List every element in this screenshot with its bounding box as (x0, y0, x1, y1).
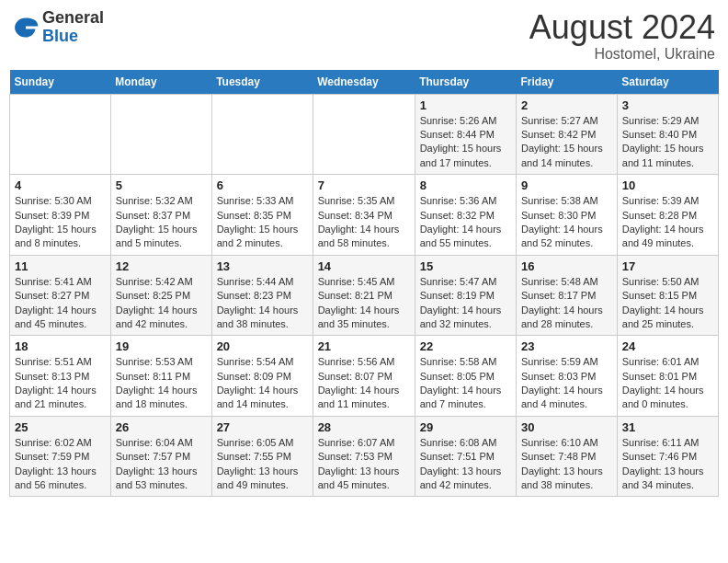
calendar-cell: 20Sunrise: 5:54 AM Sunset: 8:09 PM Dayli… (211, 336, 313, 417)
calendar-cell: 30Sunrise: 6:10 AM Sunset: 7:48 PM Dayli… (516, 416, 617, 497)
day-number: 4 (15, 178, 106, 192)
calendar-cell: 3Sunrise: 5:29 AM Sunset: 8:40 PM Daylig… (617, 94, 718, 175)
calendar-cell: 7Sunrise: 5:35 AM Sunset: 8:34 PM Daylig… (313, 175, 415, 256)
day-info: Sunrise: 5:27 AM Sunset: 8:42 PM Dayligh… (521, 114, 612, 171)
day-number: 18 (15, 339, 106, 353)
day-number: 17 (622, 259, 713, 273)
day-info: Sunrise: 5:26 AM Sunset: 8:44 PM Dayligh… (420, 114, 511, 171)
week-row-3: 11Sunrise: 5:41 AM Sunset: 8:27 PM Dayli… (10, 255, 719, 336)
day-info: Sunrise: 6:08 AM Sunset: 7:51 PM Dayligh… (420, 436, 511, 493)
day-info: Sunrise: 5:50 AM Sunset: 8:15 PM Dayligh… (622, 275, 713, 332)
day-number: 6 (217, 178, 308, 192)
day-info: Sunrise: 5:29 AM Sunset: 8:40 PM Dayligh… (622, 114, 713, 171)
day-info: Sunrise: 6:05 AM Sunset: 7:55 PM Dayligh… (217, 436, 308, 493)
day-number: 21 (318, 339, 410, 353)
calendar-cell: 29Sunrise: 6:08 AM Sunset: 7:51 PM Dayli… (415, 416, 516, 497)
calendar-cell: 5Sunrise: 5:32 AM Sunset: 8:37 PM Daylig… (110, 175, 211, 256)
calendar-cell: 10Sunrise: 5:39 AM Sunset: 8:28 PM Dayli… (617, 175, 718, 256)
calendar-cell: 9Sunrise: 5:38 AM Sunset: 8:30 PM Daylig… (516, 175, 617, 256)
day-number: 27 (217, 420, 308, 434)
day-number: 19 (116, 339, 207, 353)
day-number: 30 (521, 420, 612, 434)
day-number: 26 (116, 420, 207, 434)
day-info: Sunrise: 5:56 AM Sunset: 8:07 PM Dayligh… (318, 355, 410, 412)
day-number: 3 (622, 98, 713, 112)
day-number: 28 (318, 420, 410, 434)
day-info: Sunrise: 6:11 AM Sunset: 7:46 PM Dayligh… (622, 436, 713, 493)
day-info: Sunrise: 5:36 AM Sunset: 8:32 PM Dayligh… (420, 194, 511, 251)
logo: General Blue (13, 9, 104, 46)
day-number: 2 (521, 98, 612, 112)
day-number: 9 (521, 178, 612, 192)
day-number: 23 (521, 339, 612, 353)
week-row-5: 25Sunrise: 6:02 AM Sunset: 7:59 PM Dayli… (10, 416, 719, 497)
calendar-cell: 19Sunrise: 5:53 AM Sunset: 8:11 PM Dayli… (110, 336, 211, 417)
week-row-4: 18Sunrise: 5:51 AM Sunset: 8:13 PM Dayli… (10, 336, 719, 417)
day-info: Sunrise: 6:04 AM Sunset: 7:57 PM Dayligh… (116, 436, 207, 493)
dow-header-sunday: Sunday (10, 70, 111, 95)
days-of-week-row: SundayMondayTuesdayWednesdayThursdayFrid… (10, 70, 719, 95)
day-info: Sunrise: 5:32 AM Sunset: 8:37 PM Dayligh… (116, 194, 207, 251)
calendar-cell: 2Sunrise: 5:27 AM Sunset: 8:42 PM Daylig… (516, 94, 617, 175)
calendar-cell (211, 94, 313, 175)
day-info: Sunrise: 6:01 AM Sunset: 8:01 PM Dayligh… (622, 355, 713, 412)
calendar-cell: 23Sunrise: 5:59 AM Sunset: 8:03 PM Dayli… (516, 336, 617, 417)
day-number: 10 (622, 178, 713, 192)
calendar-cell: 4Sunrise: 5:30 AM Sunset: 8:39 PM Daylig… (10, 175, 111, 256)
calendar-body: 1Sunrise: 5:26 AM Sunset: 8:44 PM Daylig… (10, 94, 719, 497)
day-info: Sunrise: 5:39 AM Sunset: 8:28 PM Dayligh… (622, 194, 713, 251)
calendar-cell: 15Sunrise: 5:47 AM Sunset: 8:19 PM Dayli… (415, 255, 516, 336)
day-info: Sunrise: 6:02 AM Sunset: 7:59 PM Dayligh… (15, 436, 106, 493)
day-number: 25 (15, 420, 106, 434)
calendar-cell: 24Sunrise: 6:01 AM Sunset: 8:01 PM Dayli… (617, 336, 718, 417)
day-number: 13 (217, 259, 308, 273)
day-number: 16 (521, 259, 612, 273)
day-info: Sunrise: 5:59 AM Sunset: 8:03 PM Dayligh… (521, 355, 612, 412)
week-row-2: 4Sunrise: 5:30 AM Sunset: 8:39 PM Daylig… (10, 175, 719, 256)
dow-header-tuesday: Tuesday (211, 70, 313, 95)
calendar-cell: 31Sunrise: 6:11 AM Sunset: 7:46 PM Dayli… (617, 416, 718, 497)
day-number: 8 (420, 178, 511, 192)
dow-header-saturday: Saturday (617, 70, 718, 95)
dow-header-wednesday: Wednesday (313, 70, 415, 95)
logo-text: General Blue (42, 9, 104, 46)
day-info: Sunrise: 6:10 AM Sunset: 7:48 PM Dayligh… (521, 436, 612, 493)
calendar-cell: 12Sunrise: 5:42 AM Sunset: 8:25 PM Dayli… (110, 255, 211, 336)
day-number: 31 (622, 420, 713, 434)
logo-general: General (42, 9, 104, 28)
calendar-cell: 21Sunrise: 5:56 AM Sunset: 8:07 PM Dayli… (313, 336, 415, 417)
calendar-cell (313, 94, 415, 175)
day-number: 12 (116, 259, 207, 273)
sub-title: Hostomel, Ukraine (529, 46, 715, 63)
calendar-cell: 26Sunrise: 6:04 AM Sunset: 7:57 PM Dayli… (110, 416, 211, 497)
calendar-cell: 18Sunrise: 5:51 AM Sunset: 8:13 PM Dayli… (10, 336, 111, 417)
day-info: Sunrise: 5:45 AM Sunset: 8:21 PM Dayligh… (318, 275, 410, 332)
day-info: Sunrise: 5:33 AM Sunset: 8:35 PM Dayligh… (217, 194, 308, 251)
day-info: Sunrise: 5:58 AM Sunset: 8:05 PM Dayligh… (420, 355, 511, 412)
week-row-1: 1Sunrise: 5:26 AM Sunset: 8:44 PM Daylig… (10, 94, 719, 175)
page-header: General Blue August 2024 Hostomel, Ukrai… (9, 9, 719, 63)
calendar-cell: 8Sunrise: 5:36 AM Sunset: 8:32 PM Daylig… (415, 175, 516, 256)
calendar-cell: 25Sunrise: 6:02 AM Sunset: 7:59 PM Dayli… (10, 416, 111, 497)
day-info: Sunrise: 5:51 AM Sunset: 8:13 PM Dayligh… (15, 355, 106, 412)
day-number: 22 (420, 339, 511, 353)
calendar-cell: 13Sunrise: 5:44 AM Sunset: 8:23 PM Dayli… (211, 255, 313, 336)
day-info: Sunrise: 5:48 AM Sunset: 8:17 PM Dayligh… (521, 275, 612, 332)
title-block: August 2024 Hostomel, Ukraine (529, 9, 715, 63)
day-info: Sunrise: 5:42 AM Sunset: 8:25 PM Dayligh… (116, 275, 207, 332)
calendar-cell: 11Sunrise: 5:41 AM Sunset: 8:27 PM Dayli… (10, 255, 111, 336)
day-number: 20 (217, 339, 308, 353)
calendar-cell (10, 94, 111, 175)
dow-header-monday: Monday (110, 70, 211, 95)
calendar-cell: 17Sunrise: 5:50 AM Sunset: 8:15 PM Dayli… (617, 255, 718, 336)
calendar-cell (110, 94, 211, 175)
day-number: 7 (318, 178, 410, 192)
day-info: Sunrise: 5:35 AM Sunset: 8:34 PM Dayligh… (318, 194, 410, 251)
calendar-cell: 1Sunrise: 5:26 AM Sunset: 8:44 PM Daylig… (415, 94, 516, 175)
calendar-cell: 22Sunrise: 5:58 AM Sunset: 8:05 PM Dayli… (415, 336, 516, 417)
day-info: Sunrise: 5:53 AM Sunset: 8:11 PM Dayligh… (116, 355, 207, 412)
logo-blue: Blue (42, 28, 104, 46)
day-info: Sunrise: 5:54 AM Sunset: 8:09 PM Dayligh… (217, 355, 308, 412)
day-number: 24 (622, 339, 713, 353)
calendar-cell: 6Sunrise: 5:33 AM Sunset: 8:35 PM Daylig… (211, 175, 313, 256)
